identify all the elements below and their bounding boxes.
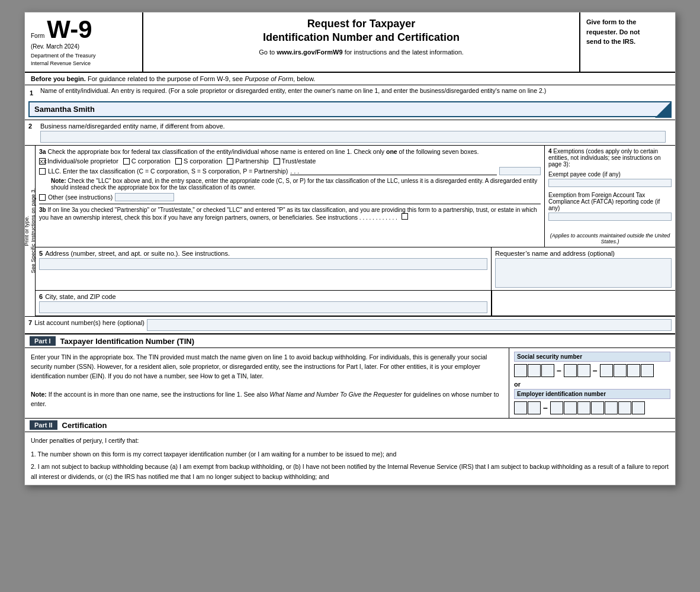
header-right: Give form to the requester. Do not send … (580, 12, 675, 72)
checkbox-s-corp-box[interactable] (175, 158, 182, 165)
line5-left: 5 Address (number, street, and apt. or s… (36, 247, 492, 290)
tin-note: If the account is in more than one name,… (31, 391, 499, 407)
form-w9-number: W-9 (47, 17, 92, 42)
ein-group1 (514, 401, 541, 414)
ssn-dash-1: – (557, 366, 561, 375)
ein-box-2[interactable] (528, 401, 541, 414)
tax-classification-options: X Individual/sole proprietor C corporati… (39, 157, 541, 165)
ssn-box-5[interactable] (577, 364, 590, 377)
line7-section: 7 List account number(s) here (optional) (25, 317, 675, 334)
ssn-box-3[interactable] (541, 364, 554, 377)
checkbox-c-corp[interactable]: C corporation (123, 157, 171, 165)
ein-box-7[interactable] (605, 401, 618, 414)
requester-address-input[interactable] (495, 258, 672, 288)
side-label: Print or type.See Specific Instructions … (25, 146, 36, 316)
cert-item-2: 2. I am not subject to backup withholdin… (31, 462, 669, 482)
section4-label: 4 Exemptions (codes apply only to certai… (548, 148, 672, 168)
section-3a-4: 3a Check the appropriate box for federal… (36, 146, 675, 247)
ssn-input-group: – – (514, 364, 670, 377)
line1-number: 1 (28, 87, 40, 99)
line7-number: 7 (28, 319, 32, 331)
ein-box-5[interactable] (577, 401, 590, 414)
checkbox-partnership[interactable]: Partnership (227, 157, 268, 165)
ssn-box-1[interactable] (514, 364, 527, 377)
ssn-label: Social security number (514, 352, 670, 362)
line6-input[interactable] (39, 301, 487, 313)
part2-badge: Part II (30, 420, 57, 430)
fatca-code-input[interactable] (548, 213, 672, 221)
ein-box-8[interactable] (618, 401, 631, 414)
checkbox-3b-box[interactable] (402, 213, 408, 220)
form-number-area: Form W-9 (31, 17, 136, 42)
checkbox-trust-box[interactable] (274, 158, 280, 165)
ssn-box-6[interactable] (600, 364, 613, 377)
dept-treasury: Department of the Treasury Internal Reve… (31, 52, 136, 67)
other-label: Other (see instructions) (48, 194, 113, 201)
section-3b: 3b If on line 3a you checked "Partnershi… (39, 204, 541, 221)
line7-label: List account number(s) here (optional) (34, 319, 145, 331)
checkbox-c-corp-box[interactable] (123, 158, 130, 165)
ssn-box-4[interactable] (564, 364, 577, 377)
line2-input[interactable] (40, 131, 666, 143)
line6-left: 6 City, state, and ZIP code (36, 291, 492, 316)
requester-label: Requester’s name and address (optional) (495, 250, 615, 257)
ssn-group2 (564, 364, 590, 377)
line6-number: 6 (39, 293, 43, 300)
form-url: Go to www.irs.gov/FormW9 for instruction… (155, 49, 567, 56)
line5-number: 5 (39, 250, 43, 257)
ein-box-3[interactable] (550, 401, 563, 414)
applies-note: (Applies to accounts maintained outside … (548, 233, 672, 244)
line6-section: 6 City, state, and ZIP code (36, 291, 675, 316)
form-title: Request for Taxpayer Identification Numb… (155, 17, 567, 45)
llc-code-input[interactable] (499, 167, 541, 175)
side-label-section: Print or type.See Specific Instructions … (25, 146, 675, 317)
tin-description: Enter your TIN in the appropriate box. T… (25, 348, 509, 418)
other-input[interactable] (115, 193, 174, 201)
cert-intro: Under penalties of perjury, I certify th… (31, 436, 669, 446)
line5-input[interactable] (39, 258, 487, 270)
ssn-box-2[interactable] (528, 364, 541, 377)
section-3a: 3a Check the appropriate box for federal… (36, 146, 545, 247)
line1-label: Name of entity/individual. An entry is r… (40, 87, 546, 94)
ssn-dash-2: – (593, 366, 598, 375)
ein-label: Employer identification number (514, 389, 670, 399)
ssn-box-8[interactable] (627, 364, 640, 377)
line1-name-input[interactable]: Samantha Smith (28, 101, 672, 117)
ein-input-group: – (514, 401, 670, 414)
ssn-group3 (600, 364, 654, 377)
checkbox-s-corp[interactable]: S corporation (175, 157, 222, 165)
ssn-box-7[interactable] (614, 364, 627, 377)
tin-text: Enter your TIN in the appropriate box. T… (31, 353, 503, 381)
exempt-payee-code-input[interactable] (548, 179, 672, 187)
line2-label: Business name/disregarded entity name, i… (40, 123, 225, 130)
ein-box-1[interactable] (514, 401, 527, 414)
ein-box-9[interactable] (632, 401, 645, 414)
part1-header: Part I Taxpayer Identification Number (T… (25, 334, 675, 348)
ein-box-4[interactable] (564, 401, 577, 414)
llc-label: LLC. Enter the tax classification (C = C… (48, 168, 288, 175)
form-header: Form W-9 (Rev. March 2024) Department of… (25, 12, 675, 73)
checkbox-llc-box[interactable] (39, 168, 46, 175)
checkbox-individual-box[interactable]: X (39, 158, 46, 165)
line2-number: 2 (28, 123, 40, 143)
ein-box-6[interactable] (591, 401, 604, 414)
checkbox-individual[interactable]: X Individual/sole proprietor (39, 157, 118, 165)
rev-date: (Rev. March 2024) (31, 43, 136, 50)
section-4: 4 Exemptions (codes apply only to certai… (545, 146, 675, 247)
header-left: Form W-9 (Rev. March 2024) Department of… (25, 12, 143, 72)
llc-dots: . . . (290, 168, 497, 175)
before-begin: Before you begin. For guidance related t… (25, 73, 675, 85)
part2-header: Part II Certification (25, 418, 675, 432)
requester-address: Requester’s name and address (optional) (492, 247, 675, 290)
checkbox-trust[interactable]: Trust/estate (274, 157, 316, 165)
checkbox-partnership-box[interactable] (227, 158, 233, 165)
part2-title: Certification (62, 421, 107, 430)
line7-input[interactable] (147, 319, 672, 331)
cert-item-1: 1. The number shown on this form is my c… (31, 449, 669, 459)
tin-section: Enter your TIN in the appropriate box. T… (25, 348, 675, 418)
certification-section: Under penalties of perjury, I certify th… (25, 432, 675, 485)
w9-form: Form W-9 (Rev. March 2024) Department of… (24, 12, 676, 485)
line6-label: City, state, and ZIP code (45, 293, 115, 300)
ssn-box-9[interactable] (641, 364, 654, 377)
checkbox-other-box[interactable] (39, 194, 46, 201)
